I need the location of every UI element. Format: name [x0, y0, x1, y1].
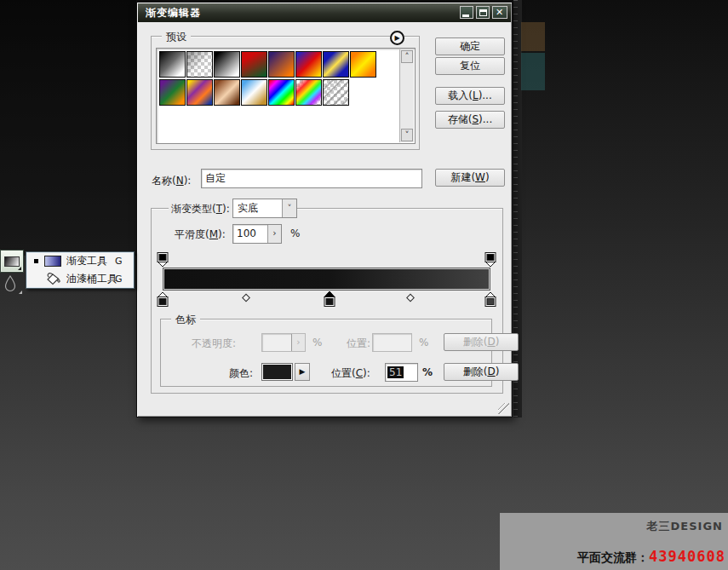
dialog-resize-grip[interactable] [498, 403, 509, 414]
preset-chrome[interactable] [241, 79, 267, 106]
minimize-button[interactable] [460, 6, 473, 19]
smoothness-percent: % [290, 227, 300, 239]
opacity-position-label: 位置: [347, 337, 370, 351]
position-input[interactable]: 51 [385, 363, 418, 382]
preset-foreground-to-transparent[interactable] [186, 51, 213, 78]
minimize-icon [462, 14, 469, 17]
watermark-group-label: 平面交流群： [577, 550, 649, 564]
preset-copper[interactable] [214, 79, 240, 106]
maximize-button[interactable] [476, 6, 490, 19]
scroll-up-icon: ˄ [405, 52, 410, 61]
gradient-type-label: 渐变类型(T): [169, 202, 232, 216]
presets-scrollbar[interactable]: ˄ ˅ [399, 49, 414, 142]
presets-panel: ˄ ˅ [156, 48, 416, 144]
preset-blue-red-yellow[interactable] [295, 51, 322, 78]
presets-group-label: 预设 [162, 30, 191, 44]
flyout-arrow-icon: ▶ [300, 367, 306, 376]
screen: 渐变编辑器 ✕ 预设 ˄ ˅ ▶ 确定 复位 载入(L)... 存储(S)... [0, 0, 728, 570]
color-stop-left[interactable] [157, 291, 169, 310]
smoothness-popup-arrow-icon[interactable]: › [267, 225, 281, 243]
smoothness-input[interactable]: 100 › [232, 224, 282, 244]
selected-text: 51 [387, 366, 404, 378]
gradient-type-value: 实底 [238, 201, 258, 216]
chevron-down-icon: ˅ [282, 199, 296, 217]
presets-group: 预设 ˄ ˅ [151, 36, 420, 150]
background-image-fragment [521, 22, 545, 51]
opacity-label: 不透明度: [192, 337, 236, 351]
scroll-up-button[interactable]: ˄ [401, 50, 413, 63]
reset-button[interactable]: 复位 [435, 57, 505, 75]
name-input[interactable]: 自定 [201, 169, 422, 188]
name-label: 名称(N): [152, 174, 191, 188]
opacity-position-input [372, 333, 412, 352]
dialog-title: 渐变编辑器 [146, 7, 201, 19]
watermark-brand: 老三DESIGN [647, 519, 723, 534]
preset-transparent-rainbow[interactable] [295, 79, 322, 106]
color-stop-right[interactable] [484, 291, 497, 310]
gradient-midpoint-marker[interactable] [242, 294, 250, 302]
color-swatch-flyout-button[interactable]: ▶ [295, 363, 310, 381]
opacity-popup-arrow-icon: › [291, 334, 305, 351]
scroll-down-button[interactable]: ˅ [401, 129, 413, 141]
blur-tool-button[interactable] [3, 274, 23, 295]
gradient-tool-button[interactable] [1, 250, 23, 272]
new-button[interactable]: 新建(W) [435, 169, 505, 187]
preset-blue-yellow-blue[interactable] [323, 51, 349, 78]
delete-color-stop-button[interactable]: 删除(D) [444, 363, 519, 381]
opacity-position-percent: % [419, 337, 428, 348]
stops-group: 色标 不透明度: › % 位置: % 删除(D) 颜色: ▶ 位置(C): 51… [160, 319, 492, 387]
gradient-tool-icon [4, 256, 20, 267]
color-label: 颜色: [229, 366, 253, 381]
delete-opacity-stop-button: 删除(D) [444, 333, 519, 351]
opacity-percent: % [312, 337, 322, 348]
preset-yellow-violet-orange-blue[interactable] [186, 79, 213, 106]
maximize-icon [479, 9, 487, 16]
load-button[interactable]: 载入(L)... [435, 87, 505, 105]
gradient-type-dropdown[interactable]: 实底 ˅ [232, 199, 297, 218]
gradient-midpoint-marker[interactable] [406, 294, 415, 302]
preset-black-white[interactable] [214, 51, 240, 78]
watermark-panel: 老三DESIGN 平面交流群：43940608 [500, 513, 728, 570]
tool-flyout-menu: 渐变工具 G 油漆桶工具 G [26, 251, 135, 289]
opacity-stop-left[interactable] [157, 251, 169, 270]
presets-flyout-menu-button[interactable]: ▶ [390, 31, 404, 45]
color-swatch[interactable] [261, 363, 293, 381]
gradient-tool-icon [44, 256, 61, 267]
menu-item-paint-bucket-tool[interactable]: 油漆桶工具 G [26, 270, 134, 288]
preset-foreground-to-background[interactable] [159, 51, 186, 78]
gradient-bar-area [163, 249, 490, 308]
preset-spectrum[interactable] [268, 79, 295, 106]
preset-red-green[interactable] [241, 51, 267, 78]
paint-bucket-icon [44, 272, 61, 285]
shortcut-key: G [115, 273, 123, 285]
save-button[interactable]: 存储(S)... [435, 111, 505, 129]
scroll-down-icon: ˅ [405, 130, 410, 140]
ok-button[interactable]: 确定 [435, 37, 505, 55]
opacity-input: › [261, 333, 306, 352]
shortcut-key: G [115, 256, 123, 267]
preset-violet-green-orange[interactable] [159, 79, 186, 106]
position-percent: % [422, 366, 433, 378]
gradient-editor-dialog: 渐变编辑器 ✕ 预设 ˄ ˅ ▶ 确定 复位 载入(L)... 存储(S)... [136, 2, 513, 417]
preset-orange-yellow-orange[interactable] [350, 51, 376, 78]
active-tool-bullet-icon [34, 259, 38, 263]
close-icon: ✕ [496, 8, 504, 17]
gradient-preview-bar[interactable] [163, 268, 490, 291]
droplet-icon [3, 274, 18, 293]
tool-flyout-corner-icon [19, 291, 22, 294]
tool-flyout-corner-icon [18, 267, 21, 270]
preset-thumbnails [159, 51, 384, 107]
preset-transparent-stripes[interactable] [323, 79, 349, 106]
background-image-fragment [521, 53, 545, 90]
watermark-group-number: 43940608 [649, 548, 725, 565]
flyout-arrow-icon: ▶ [394, 34, 399, 42]
opacity-stop-right[interactable] [484, 251, 497, 270]
color-stop-selected[interactable] [324, 291, 336, 310]
preset-violet-orange[interactable] [268, 51, 295, 78]
menu-item-gradient-tool[interactable]: 渐变工具 G [26, 252, 134, 270]
stops-group-label: 色标 [171, 313, 200, 327]
dialog-titlebar[interactable]: 渐变编辑器 ✕ [138, 3, 511, 22]
background-dark-area [0, 0, 136, 256]
smoothness-label: 平滑度(M): [175, 227, 226, 242]
close-button[interactable]: ✕ [492, 6, 507, 19]
